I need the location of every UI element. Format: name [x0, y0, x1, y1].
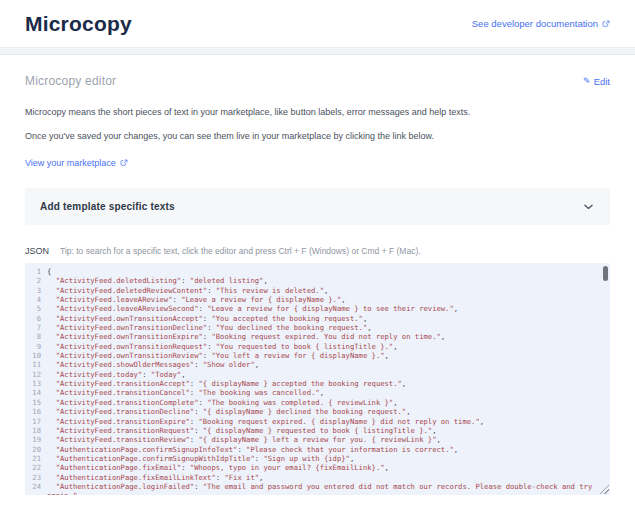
edit-button-label: Edit — [594, 76, 610, 87]
code-line: 15 "ActivityFeed.transitionComplete": "T… — [25, 398, 610, 407]
code-line: 16 "ActivityFeed.transitionDecline": "{ … — [25, 407, 610, 416]
view-marketplace-link-label: View your marketplace — [25, 158, 116, 168]
search-tip-text: Tip: to search for a specific text, clic… — [60, 246, 421, 256]
external-link-icon — [602, 20, 610, 28]
code-line: 3 "ActivityFeed.deletedReviewContent": "… — [25, 286, 610, 295]
code-line: 20 "AuthenticationPage.confirmSignupInfo… — [25, 445, 610, 454]
view-marketplace-link[interactable]: View your marketplace — [25, 158, 128, 168]
code-line: 19 "ActivityFeed.transitionReview": "{ d… — [25, 435, 610, 444]
header-divider-band — [0, 47, 635, 55]
edit-button[interactable]: ✎ Edit — [583, 76, 610, 87]
app-title: Microcopy — [25, 12, 132, 36]
code-line: 9 "ActivityFeed.ownTransitionRequest": "… — [25, 342, 610, 351]
code-line: 17 "ActivityFeed.transitionExpire": "Boo… — [25, 417, 610, 426]
json-code-editor[interactable]: 1{2 "ActivityFeed.deletedListing": "dele… — [25, 263, 610, 495]
code-line: 23 "AuthenticationPage.fixEmailLinkText"… — [25, 473, 610, 482]
section-header: Microcopy editor ✎ Edit — [25, 74, 610, 88]
editor-resize-handle[interactable] — [600, 485, 609, 494]
code-line: 2 "ActivityFeed.deletedListing": "delete… — [25, 276, 610, 285]
code-line: 5 "ActivityFeed.leaveAReviewSecond": "Le… — [25, 304, 610, 313]
pencil-icon: ✎ — [583, 77, 591, 86]
code-line: 4 "ActivityFeed.leaveAReview": "Leave a … — [25, 295, 610, 304]
page-title: Microcopy editor — [25, 74, 116, 88]
description-paragraph-2: Once you've saved your changes, you can … — [25, 129, 480, 144]
developer-documentation-link[interactable]: See developer documentation — [472, 18, 610, 29]
code-line: 11 "ActivityFeed.showOlderMessages": "Sh… — [25, 360, 610, 369]
code-lines: 1{2 "ActivityFeed.deletedListing": "dele… — [25, 263, 610, 495]
external-link-icon — [120, 159, 128, 167]
developer-documentation-link-label: See developer documentation — [472, 18, 598, 29]
code-line: 21 "AuthenticationPage.confirmSignupWith… — [25, 454, 610, 463]
code-line: 13 "ActivityFeed.transitionAccept": "{ d… — [25, 379, 610, 388]
code-line: 7 "ActivityFeed.ownTransitionDecline": "… — [25, 323, 610, 332]
code-line: 12 "ActivityFeed.today": "Today", — [25, 370, 610, 379]
code-line: 10 "ActivityFeed.ownTransitionReview": "… — [25, 351, 610, 360]
code-line: 1{ — [25, 267, 610, 276]
code-line: 6 "ActivityFeed.ownTransitionAccept": "Y… — [25, 314, 610, 323]
format-label: JSON — [25, 246, 49, 256]
add-template-texts-accordion[interactable]: Add template specific texts — [25, 188, 610, 225]
code-line: 24 "AuthenticationPage.loginFailed": "Th… — [25, 482, 610, 495]
editor-toolbar: JSON Tip: to search for a specific text,… — [25, 246, 610, 256]
accordion-label: Add template specific texts — [40, 201, 175, 212]
microcopy-page: Microcopy editor ✎ Edit Microcopy means … — [0, 74, 635, 495]
code-line: 8 "ActivityFeed.ownTransitionExpire": "B… — [25, 332, 610, 341]
description-paragraph-1: Microcopy means the short pieces of text… — [25, 105, 480, 120]
editor-scrollbar-thumb[interactable] — [603, 266, 608, 281]
chevron-down-icon — [584, 204, 593, 210]
top-bar: Microcopy See developer documentation — [0, 0, 635, 47]
code-line: 22 "AuthenticationPage.fixEmail": "Whoop… — [25, 463, 610, 472]
code-line: 18 "ActivityFeed.transitionRequest": "{ … — [25, 426, 610, 435]
code-line: 14 "ActivityFeed.transitionCancel": "The… — [25, 388, 610, 397]
